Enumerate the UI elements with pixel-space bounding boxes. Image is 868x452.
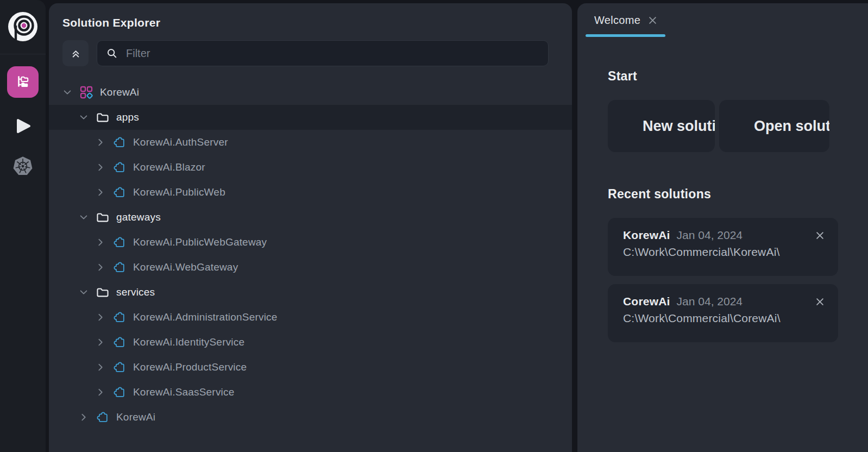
solution-explorer-tool-button[interactable] — [7, 66, 39, 98]
chevron-right-icon[interactable] — [96, 237, 105, 247]
tree-item-korewai-authserver[interactable]: KorewAi.AuthServer — [49, 130, 572, 155]
tree-item-korewai-productservice[interactable]: KorewAi.ProductService — [49, 355, 572, 380]
tree-item-label: KorewAi — [116, 411, 155, 423]
tree-folders-icon — [15, 74, 31, 90]
kubernetes-icon — [11, 155, 34, 178]
tree-item-services[interactable]: services — [49, 280, 572, 305]
tree-item-label: KorewAi.PublicWebGateway — [133, 236, 267, 248]
tree-item-gateways[interactable]: gateways — [49, 205, 572, 230]
tree-item-apps[interactable]: apps — [49, 105, 572, 130]
welcome-content: Start New solution Open solution Recent … — [577, 69, 868, 342]
kubernetes-tool-button[interactable] — [7, 154, 39, 178]
tree-item-korewai-publicwebgateway[interactable]: KorewAi.PublicWebGateway — [49, 230, 572, 255]
chevron-down-icon[interactable] — [79, 287, 89, 297]
tree-item-label: KorewAi.AuthServer — [133, 136, 228, 148]
folder-icon — [96, 285, 110, 299]
tree-item-korewai-blazor[interactable]: KorewAi.Blazor — [49, 155, 572, 180]
project-puzzle-icon — [112, 260, 127, 274]
tab-bar: Welcome — [577, 3, 868, 40]
button-label: New solution — [643, 118, 715, 135]
project-puzzle-icon — [112, 310, 127, 324]
chevron-right-icon[interactable] — [96, 337, 105, 347]
project-puzzle-icon — [112, 235, 127, 249]
tab-label: Welcome — [594, 14, 640, 27]
welcome-panel: Welcome Start New solution Open solution… — [577, 3, 868, 452]
recent-solution-date: Jan 04, 2024 — [677, 229, 743, 242]
tree-item-label: KorewAi.ProductService — [133, 361, 247, 373]
tree-item-label: gateways — [116, 211, 161, 223]
project-puzzle-icon — [112, 335, 127, 349]
recent-solution-corewai[interactable]: CorewAi Jan 04, 2024 C:\Work\Commercial\… — [608, 284, 838, 342]
close-icon[interactable] — [649, 16, 657, 24]
chevron-right-icon[interactable] — [96, 137, 105, 147]
tree-item-label: KorewAi.IdentityService — [133, 336, 244, 348]
project-puzzle-icon — [112, 385, 127, 399]
close-icon[interactable] — [816, 231, 824, 240]
tree-item-korewai-solution[interactable]: KorewAi — [49, 80, 572, 105]
solution-tree: KorewAi apps KorewAi.AuthServer KorewAi.… — [49, 80, 572, 430]
tree-item-korewai-webgateway[interactable]: KorewAi.WebGateway — [49, 255, 572, 280]
panel-title: Solution Explorer — [62, 16, 572, 29]
chevron-right-icon[interactable] — [96, 162, 105, 172]
project-puzzle-icon — [112, 135, 127, 149]
tab-welcome[interactable]: Welcome — [586, 3, 665, 37]
tree-item-korewai-project[interactable]: KorewAi — [49, 405, 572, 430]
tree-item-label: services — [116, 286, 155, 298]
recent-solution-name: CorewAi — [623, 295, 670, 308]
tree-item-label: KorewAi — [100, 86, 139, 98]
project-puzzle-icon — [112, 360, 127, 374]
tree-item-label: KorewAi.Blazor — [133, 161, 205, 173]
folder-icon — [96, 110, 110, 124]
tree-item-korewai-publicweb[interactable]: KorewAi.PublicWeb — [49, 180, 572, 205]
run-tool-button[interactable] — [7, 114, 39, 138]
play-icon — [15, 118, 31, 134]
explorer-toolbar — [62, 40, 549, 66]
new-solution-button[interactable]: New solution — [608, 100, 715, 152]
solution-icon — [79, 85, 93, 99]
recent-solution-name: KorewAi — [623, 229, 670, 242]
filter-input[interactable] — [125, 47, 539, 60]
recent-solution-path: C:\Work\Commercial\KorewAi\ — [623, 246, 824, 259]
activity-bar — [0, 0, 46, 452]
app-logo[interactable] — [8, 11, 38, 42]
chevron-right-icon[interactable] — [96, 387, 105, 397]
chevron-right-icon[interactable] — [96, 262, 105, 272]
recent-card-header: KorewAi Jan 04, 2024 — [623, 229, 824, 242]
chevron-right-icon[interactable] — [96, 312, 105, 322]
chevron-down-icon[interactable] — [79, 112, 89, 122]
project-puzzle-icon — [112, 185, 127, 199]
chevron-down-icon[interactable] — [62, 87, 72, 97]
project-puzzle-icon — [112, 160, 127, 174]
recent-solution-path: C:\Work\Commercial\CorewAi\ — [623, 312, 824, 325]
recent-solution-date: Jan 04, 2024 — [677, 295, 743, 308]
solution-explorer-panel: Solution Explorer KorewAi apps KorewAi.A… — [49, 3, 572, 452]
tree-item-korewai-saasservice[interactable]: KorewAi.SaasService — [49, 380, 572, 405]
tree-item-label: apps — [116, 111, 139, 123]
recent-solution-korewai[interactable]: KorewAi Jan 04, 2024 C:\Work\Commercial\… — [608, 218, 838, 276]
folder-icon — [96, 210, 110, 224]
search-icon — [106, 47, 118, 59]
recent-solutions-heading: Recent solutions — [608, 187, 868, 202]
tree-item-label: KorewAi.WebGateway — [133, 261, 238, 273]
chevron-right-icon[interactable] — [96, 187, 105, 197]
korew-logo-icon — [8, 11, 38, 42]
chevron-down-icon[interactable] — [79, 212, 89, 222]
tree-item-label: KorewAi.AdministrationService — [133, 311, 278, 323]
tree-item-label: KorewAi.PublicWeb — [133, 186, 225, 198]
start-buttons: New solution Open solution — [608, 100, 868, 152]
close-icon[interactable] — [816, 298, 824, 306]
chevron-right-icon[interactable] — [79, 412, 89, 422]
activity-divider — [0, 54, 46, 54]
open-solution-button[interactable]: Open solution — [719, 100, 829, 152]
chevron-right-icon[interactable] — [96, 362, 105, 372]
tree-item-korewai-administrationservice[interactable]: KorewAi.AdministrationService — [49, 305, 572, 330]
tree-item-korewai-identityservice[interactable]: KorewAi.IdentityService — [49, 330, 572, 355]
start-heading: Start — [608, 69, 868, 84]
filter-box — [97, 40, 549, 66]
recent-card-header: CorewAi Jan 04, 2024 — [623, 295, 824, 308]
button-label: Open solution — [754, 118, 829, 135]
collapse-all-button[interactable] — [62, 40, 89, 66]
collapse-all-icon — [70, 47, 82, 60]
project-puzzle-icon — [96, 410, 110, 424]
tree-item-label: KorewAi.SaasService — [133, 386, 235, 398]
